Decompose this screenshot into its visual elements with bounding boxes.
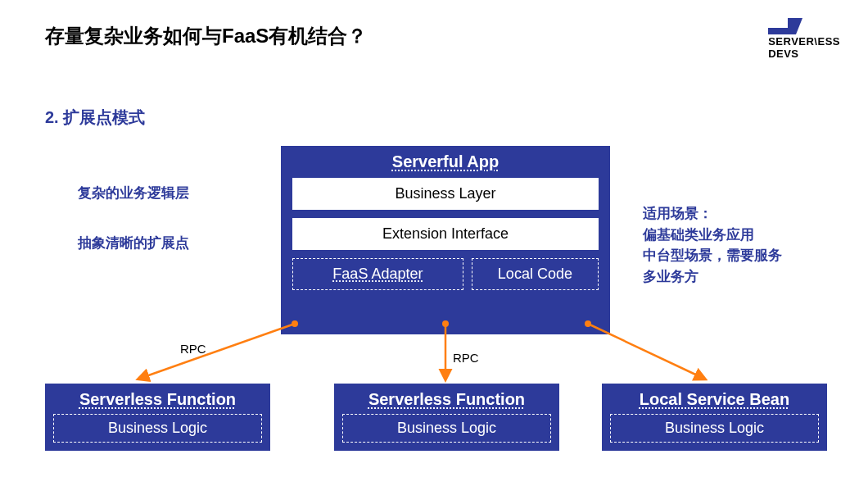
- business-logic-box-1: Business Logic: [53, 414, 262, 443]
- serverful-app-title: Serverful App: [289, 152, 602, 171]
- right-label-line2: 中台型场景，需要服务: [643, 245, 782, 266]
- business-logic-box-2: Business Logic: [342, 414, 551, 443]
- logo: SERVER\ESS DEVS: [768, 18, 840, 61]
- logo-mark-icon: [768, 18, 802, 34]
- right-label-line3: 多业务方: [643, 266, 782, 288]
- left-label-business: 复杂的业务逻辑层: [78, 184, 189, 202]
- business-logic-box-3: Business Logic: [610, 414, 819, 443]
- serverless-fn-box-2: Serverless Function Business Logic: [334, 384, 559, 451]
- local-service-bean-box: Local Service Bean Business Logic: [602, 384, 827, 451]
- left-label-extension: 抽象清晰的扩展点: [78, 234, 189, 252]
- logo-text-line1: SERVER\ESS: [768, 36, 840, 48]
- svg-line-4: [139, 324, 295, 379]
- serverful-app-box: Serverful App Business Layer Extension I…: [281, 146, 610, 334]
- rpc-label-2: RPC: [453, 351, 479, 365]
- rpc-label-1: RPC: [180, 342, 206, 356]
- logo-text-line2: DEVS: [768, 48, 840, 61]
- business-layer-box: Business Layer: [292, 178, 599, 210]
- serverless-fn-box-1: Serverless Function Business Logic: [45, 384, 270, 451]
- extension-interface-box: Extension Interface: [292, 218, 599, 250]
- serverless-fn-title-2: Serverless Function: [342, 390, 551, 409]
- right-labels-scenario: 适用场景： 偏基础类业务应用 中台型场景，需要服务 多业务方: [643, 203, 782, 287]
- adapter-row: FaaS Adapter Local Code: [292, 258, 599, 290]
- faas-adapter-box: FaaS Adapter: [292, 258, 463, 290]
- local-code-box: Local Code: [472, 258, 599, 290]
- serverless-fn-title-1: Serverless Function: [53, 390, 262, 409]
- right-label-heading: 适用场景：: [643, 203, 782, 225]
- section-subtitle: 2. 扩展点模式: [45, 107, 145, 129]
- right-label-line1: 偏基础类业务应用: [643, 225, 782, 246]
- local-service-bean-title: Local Service Bean: [610, 390, 819, 409]
- faas-adapter-label: FaaS Adapter: [332, 266, 423, 282]
- page-title: 存量复杂业务如何与FaaS有机结合？: [45, 23, 367, 49]
